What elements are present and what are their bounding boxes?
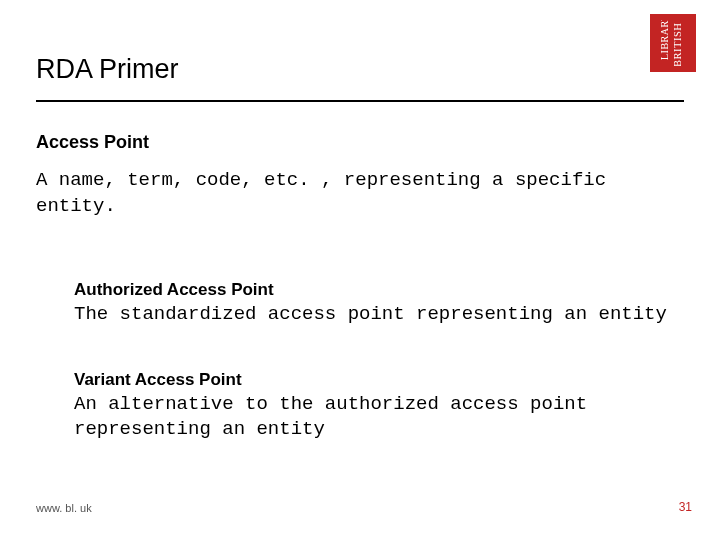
definition-block: Authorized Access Point The standardized… <box>74 280 694 327</box>
page-title: RDA Primer <box>36 54 179 85</box>
definition-body: The standardized access point representi… <box>74 302 694 327</box>
logo-mark-icon: LIBRARY BRITISH <box>654 20 692 66</box>
body-text: A name, term, code, etc. , representing … <box>36 168 684 219</box>
footer-url: www. bl. uk <box>36 502 92 514</box>
definition-block: Variant Access Point An alternative to t… <box>74 370 694 441</box>
definition-heading: Variant Access Point <box>74 370 694 390</box>
svg-text:BRITISH: BRITISH <box>672 23 683 66</box>
section-heading: Access Point <box>36 132 149 153</box>
title-divider <box>36 100 684 102</box>
definition-body: An alternative to the authorized access … <box>74 392 694 441</box>
svg-text:LIBRARY: LIBRARY <box>659 20 670 60</box>
slide: LIBRARY BRITISH RDA Primer Access Point … <box>0 0 720 540</box>
definition-heading: Authorized Access Point <box>74 280 694 300</box>
british-library-logo: LIBRARY BRITISH <box>650 14 696 72</box>
page-number: 31 <box>679 500 692 514</box>
